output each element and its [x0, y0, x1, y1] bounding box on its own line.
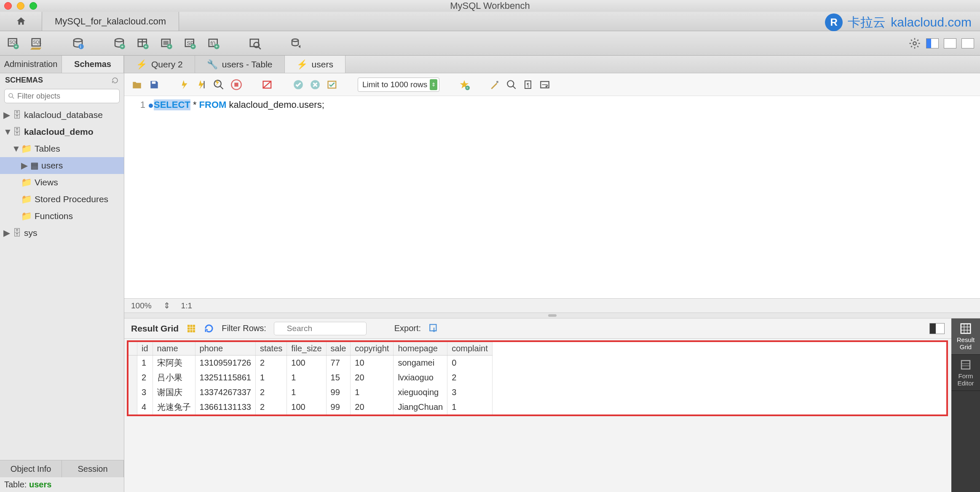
result-side-form[interactable]: Form Editor [951, 355, 980, 391]
column-header[interactable]: complaint [447, 342, 493, 356]
home-tab[interactable] [0, 12, 42, 31]
cell[interactable]: 100 [287, 356, 326, 371]
cell[interactable]: 吕小果 [153, 370, 195, 385]
cell[interactable]: 谢国庆 [153, 385, 195, 400]
row-marker[interactable] [129, 385, 137, 400]
new-table-icon[interactable]: + [136, 36, 150, 51]
table-row[interactable]: 1宋阿美1310959172621007710songamei0 [129, 356, 492, 371]
table-row[interactable]: 2吕小果13251115861111520lvxiaoguo2 [129, 370, 492, 385]
tree-database[interactable]: ▶🗄kalacloud_database [0, 107, 124, 123]
tree-functions[interactable]: 📁Functions [0, 208, 124, 225]
cell[interactable]: 3 [137, 385, 153, 400]
maximize-window-button[interactable] [29, 2, 37, 10]
tree-database-sys[interactable]: ▶🗄sys [0, 225, 124, 241]
cell[interactable]: lvxiaoguo [394, 370, 447, 385]
schema-filter-input[interactable] [4, 89, 120, 103]
cell[interactable]: 3 [447, 385, 493, 400]
cell[interactable]: 2 [255, 385, 287, 400]
cell[interactable]: 10 [351, 356, 394, 371]
tree-views[interactable]: 📁Views [0, 174, 124, 191]
cell[interactable]: 1 [287, 370, 326, 385]
row-marker[interactable] [129, 356, 137, 371]
sidebar-tab-schemas[interactable]: Schemas [62, 56, 124, 73]
column-header[interactable]: name [153, 342, 195, 356]
cell[interactable]: JiangChuan [394, 400, 447, 414]
column-header[interactable]: sale [326, 342, 351, 356]
tree-database[interactable]: ▼🗄kalacloud_demo [0, 123, 124, 140]
find-icon[interactable] [506, 79, 517, 90]
table-row[interactable]: 4光速兔子1366113113321009920JiangChuan1 [129, 400, 492, 414]
filter-rows-input[interactable] [274, 322, 367, 335]
cell[interactable]: 77 [326, 356, 351, 371]
export-icon[interactable] [428, 323, 439, 334]
editor-tab-users-table[interactable]: 🔧users - Table [195, 56, 285, 73]
save-file-icon[interactable] [149, 79, 160, 90]
sidebar-tab-administration[interactable]: Administration [0, 56, 62, 73]
grid-icon[interactable] [186, 324, 196, 334]
close-window-button[interactable] [4, 2, 12, 10]
column-header[interactable]: states [255, 342, 287, 356]
row-marker[interactable] [129, 400, 137, 414]
toggle-output-button[interactable] [944, 38, 956, 48]
toggle-secondary-button[interactable] [961, 38, 974, 48]
cell[interactable]: 99 [326, 400, 351, 414]
cell[interactable]: 13661131133 [195, 400, 255, 414]
favorite-icon[interactable]: + [459, 79, 470, 90]
refresh-result-icon[interactable] [204, 324, 214, 334]
settings-icon[interactable] [908, 37, 921, 50]
result-grid[interactable]: idnamephonestatesfile_sizesalecopyrighth… [129, 342, 493, 414]
cell[interactable]: xieguoqing [394, 385, 447, 400]
cell[interactable]: 1 [287, 385, 326, 400]
column-header[interactable]: file_size [287, 342, 326, 356]
column-header[interactable]: copyright [351, 342, 394, 356]
sidebar-tab-object-info[interactable]: Object Info [0, 460, 62, 477]
cell[interactable]: songamei [394, 356, 447, 371]
cell[interactable]: 1 [351, 385, 394, 400]
toggle-sidebar-button[interactable] [926, 38, 939, 48]
horizontal-splitter[interactable] [124, 313, 980, 318]
reconnect-icon[interactable] [289, 36, 303, 51]
sql-editor[interactable]: 1 SELECT * FROM kalacloud_demo.users; [124, 96, 980, 298]
autocommit-icon[interactable] [327, 79, 338, 91]
cell[interactable]: 宋阿美 [153, 356, 195, 371]
tree-tables[interactable]: ▼📁Tables [0, 140, 124, 157]
cell[interactable]: 4 [137, 400, 153, 414]
commit-icon[interactable] [293, 79, 304, 90]
refresh-icon[interactable] [111, 77, 119, 84]
new-sql-tab-icon[interactable]: SQL+ [6, 36, 20, 51]
cell[interactable]: 13109591726 [195, 356, 255, 371]
execute-icon[interactable] [179, 78, 190, 91]
rollback-icon[interactable] [310, 79, 321, 90]
minimize-window-button[interactable] [17, 2, 24, 10]
cell[interactable]: 13251115861 [195, 370, 255, 385]
beautify-icon[interactable] [489, 79, 500, 90]
cell[interactable]: 2 [255, 356, 287, 371]
cell[interactable]: 1 [137, 356, 153, 371]
cell[interactable]: 2 [255, 400, 287, 414]
new-function-icon[interactable]: f()+ [206, 36, 221, 51]
cell[interactable]: 15 [326, 370, 351, 385]
open-sql-file-icon[interactable]: SQL [29, 36, 44, 51]
editor-tab-query2[interactable]: ⚡Query 2 [124, 56, 195, 73]
table-row[interactable]: 3谢国庆1337426733721991xieguoqing3 [129, 385, 492, 400]
cell[interactable]: 2 [447, 370, 493, 385]
column-header[interactable]: homepage [394, 342, 447, 356]
cell[interactable]: 1 [255, 370, 287, 385]
cell[interactable]: 100 [287, 400, 326, 414]
new-view-icon[interactable]: + [159, 36, 174, 51]
tree-table-users[interactable]: ▶▦users [0, 157, 124, 174]
connection-tab[interactable]: MySQL_for_kalacloud.com [42, 12, 179, 31]
server-status-icon[interactable]: i [71, 36, 85, 51]
cell[interactable]: 0 [447, 356, 493, 371]
result-side-grid[interactable]: Result Grid [951, 318, 980, 355]
cell[interactable]: 1 [447, 400, 493, 414]
row-marker[interactable] [129, 370, 137, 385]
cell[interactable]: 20 [351, 370, 394, 385]
no-limit-icon[interactable] [262, 79, 273, 91]
column-header[interactable]: id [137, 342, 153, 356]
cell[interactable]: 13374267337 [195, 385, 255, 400]
zoom-level[interactable]: 100% [131, 301, 152, 310]
search-table-icon[interactable] [248, 36, 262, 51]
tree-stored-procedures[interactable]: 📁Stored Procedures [0, 191, 124, 208]
row-limit-select[interactable]: Limit to 1000 rows ⇕ [358, 78, 439, 92]
